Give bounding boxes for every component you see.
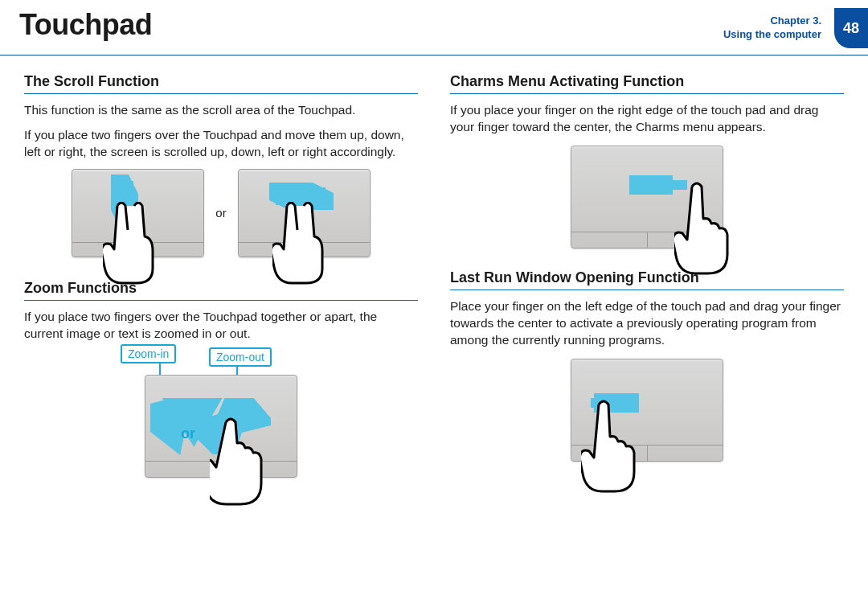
charms-heading: Charms Menu Activating Function <box>450 73 844 94</box>
zoom-heading: Zoom Functions <box>24 280 418 301</box>
touchpad-scroll-horizontal <box>238 169 371 257</box>
lastrun-p1: Place your finger on the left edge of th… <box>450 298 844 349</box>
left-column: The Scroll Function This function is the… <box>24 73 418 526</box>
page-header: Touchpad Chapter 3. Using the computer 4… <box>0 0 868 55</box>
scroll-heading: The Scroll Function <box>24 73 418 94</box>
pinch-hand-icon <box>210 416 290 512</box>
chapter-info: Chapter 3. Using the computer <box>723 14 826 42</box>
page-title: Touchpad <box>19 8 152 42</box>
scroll-figure-row: or <box>24 169 418 257</box>
scroll-or-text: or <box>215 206 226 220</box>
content-columns: The Scroll Function This function is the… <box>0 55 868 526</box>
svg-line-4 <box>155 417 179 422</box>
touchpad-scroll-vertical <box>72 169 204 257</box>
touchpad-zoom: or <box>145 375 297 478</box>
zoom-out-callout: Zoom-out <box>209 347 272 367</box>
zoom-in-callout: Zoom-in <box>121 344 176 363</box>
one-finger-hand-icon <box>581 400 645 496</box>
touchpad-lastrun <box>571 359 723 462</box>
lastrun-heading: Last Run Window Opening Function <box>450 269 844 290</box>
zoom-p1: If you place two fingers over the Touchp… <box>24 309 418 343</box>
lastrun-figure <box>450 359 844 462</box>
scroll-p1: This function is the same as the scroll … <box>24 102 418 119</box>
page-number-badge: 48 <box>834 8 868 48</box>
touchpad-charms <box>571 146 723 248</box>
zoom-figure: Zoom-in Zoom-out <box>24 352 418 505</box>
one-finger-hand-icon <box>674 182 739 278</box>
two-finger-hand-icon <box>103 202 167 290</box>
charms-p1: If you place your finger on the right ed… <box>450 102 844 136</box>
scroll-p2: If you place two fingers over the Touchp… <box>24 127 418 161</box>
header-right: Chapter 3. Using the computer 48 <box>723 8 868 48</box>
chapter-line2: Using the computer <box>723 28 821 42</box>
two-finger-hand-icon <box>272 202 337 290</box>
right-column: Charms Menu Activating Function If you p… <box>450 73 844 526</box>
charms-figure <box>450 146 844 248</box>
svg-line-5 <box>182 403 202 414</box>
chapter-line1: Chapter 3. <box>723 14 821 28</box>
zoom-or-text: or <box>181 425 195 442</box>
